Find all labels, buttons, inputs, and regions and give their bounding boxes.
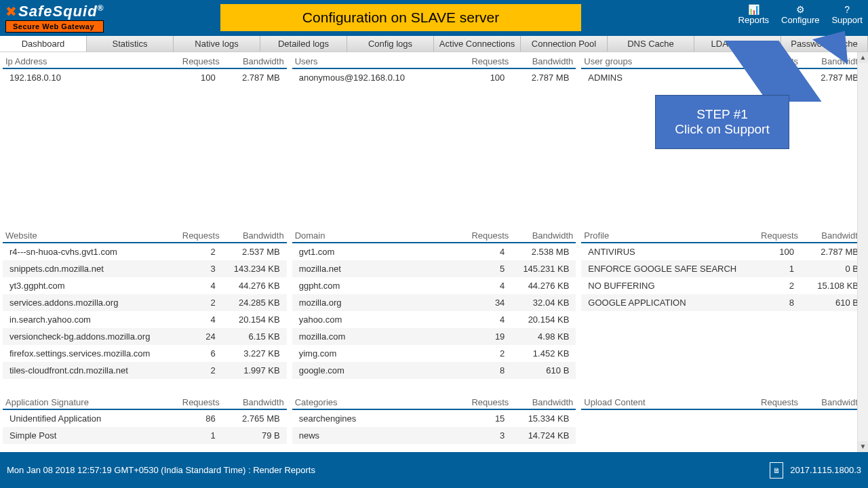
pdf-icon[interactable]: 🗎 — [770, 462, 783, 479]
panel-header: ProfileRequestsBandwidth — [581, 229, 865, 243]
config-banner: Configuration on SLAVE server — [220, 4, 581, 31]
table-row[interactable]: searchengines1515.334 KB — [292, 410, 576, 427]
col-bandwidth: Bandwidth — [798, 56, 863, 66]
tab-active-connections[interactable]: Active Connections — [434, 36, 521, 52]
col-title: Website — [5, 230, 165, 241]
table-row[interactable]: yimg.com21.452 KB — [292, 345, 576, 362]
vertical-scrollbar[interactable]: ▲ ▼ — [857, 52, 868, 452]
table-row[interactable]: Simple Post179 B — [3, 427, 287, 444]
table-row[interactable]: yt3.ggpht.com444.276 KB — [3, 277, 287, 294]
panel-header: Upload ContentRequestsBandwidth — [581, 396, 865, 410]
help-icon: ? — [831, 4, 863, 15]
header-nav: 📊Reports ⚙Configure ?Support — [738, 4, 863, 25]
col-title: Categories — [295, 397, 455, 407]
footer-bar: Mon Jan 08 2018 12:57:19 GMT+0530 (India… — [0, 452, 868, 488]
table-row[interactable]: ANTIVIRUS1002.787 MB — [581, 243, 865, 260]
nav-support[interactable]: ?Support — [831, 4, 863, 25]
table-row[interactable]: Unidentified Application862.765 MB — [3, 410, 287, 427]
chart-icon: 📊 — [738, 4, 770, 15]
tab-dashboard[interactable]: Dashboard — [0, 36, 87, 52]
panel-header: WebsiteRequestsBandwidth — [3, 229, 287, 243]
table-row[interactable]: services.addons.mozilla.org224.285 KB — [3, 294, 287, 311]
table-row[interactable]: ADMINS1002.787 MB — [581, 69, 865, 86]
table-row[interactable]: news314.724 KB — [292, 427, 576, 444]
col-title: Application Signature — [5, 397, 165, 407]
panel-header: Application SignatureRequestsBandwidth — [3, 396, 287, 410]
col-requests: Requests — [165, 397, 220, 407]
panel-profile: ProfileRequestsBandwidthANTIVIRUS1002.78… — [581, 229, 865, 391]
table-row[interactable]: ENFORCE GOOGLE SAFE SEARCH10 B — [581, 260, 865, 277]
col-title: Ip Address — [5, 56, 165, 66]
col-requests: Requests — [744, 397, 798, 407]
table-row[interactable]: mozilla.com194.98 KB — [292, 328, 576, 345]
table-row[interactable]: 192.168.0.101002.787 MB — [3, 69, 287, 86]
col-title: Profile — [584, 230, 744, 241]
panel-header: Ip AddressRequestsBandwidth — [3, 55, 287, 69]
table-row[interactable]: tiles-cloudfront.cdn.mozilla.net21.997 K… — [3, 362, 287, 379]
col-bandwidth: Bandwidth — [798, 397, 863, 407]
gears-icon: ⚙ — [781, 4, 819, 15]
col-bandwidth: Bandwidth — [220, 230, 284, 241]
table-row[interactable]: yahoo.com420.154 KB — [292, 311, 576, 328]
callout-text: Click on Support — [675, 122, 769, 137]
scroll-down-icon[interactable]: ▼ — [858, 441, 868, 452]
scroll-up-icon[interactable]: ▲ — [858, 52, 868, 63]
col-bandwidth: Bandwidth — [798, 230, 863, 241]
table-row[interactable]: r4---sn-huoa-cvhs.gvt1.com22.537 MB — [3, 243, 287, 260]
nav-configure[interactable]: ⚙Configure — [781, 4, 819, 25]
col-bandwidth: Bandwidth — [509, 56, 573, 66]
panel-header: DomainRequestsBandwidth — [292, 229, 576, 243]
table-row[interactable]: NO BUFFERING215.108 KB — [581, 277, 865, 294]
table-row[interactable]: GOOGLE APPLICATION8610 B — [581, 294, 865, 311]
col-title: Users — [295, 56, 455, 66]
panel-app-signature: Application SignatureRequestsBandwidthUn… — [3, 396, 287, 449]
col-requests: Requests — [454, 397, 509, 407]
logo-subtitle: Secure Web Gateway — [5, 20, 104, 33]
wrench-icon: ✖ — [5, 4, 17, 19]
panel-categories: CategoriesRequestsBandwidthsearchengines… — [292, 396, 576, 449]
table-row[interactable]: in.search.yahoo.com420.154 KB — [3, 311, 287, 328]
step-callout: STEP #1 Click on Support — [655, 95, 789, 149]
tab-detailed-logs[interactable]: Detailed logs — [260, 36, 347, 52]
col-requests: Requests — [165, 56, 220, 66]
panel-header: User groupsRequestsBandwidth — [581, 55, 865, 69]
panel-users: UsersRequestsBandwidthanonymous@192.168.… — [292, 55, 576, 224]
panel-upload: Upload ContentRequestsBandwidth — [581, 396, 865, 449]
table-row[interactable]: mozilla.net5145.231 KB — [292, 260, 576, 277]
panel-ip: Ip AddressRequestsBandwidth192.168.0.101… — [3, 55, 287, 224]
table-row[interactable]: gvt1.com42.538 MB — [292, 243, 576, 260]
table-row[interactable]: firefox.settings.services.mozilla.com63.… — [3, 345, 287, 362]
col-title: User groups — [584, 56, 744, 66]
col-requests: Requests — [165, 230, 220, 241]
col-bandwidth: Bandwidth — [220, 397, 284, 407]
panel-header: CategoriesRequestsBandwidth — [292, 396, 576, 410]
callout-title: STEP #1 — [696, 107, 748, 122]
table-row[interactable]: anonymous@192.168.0.101002.787 MB — [292, 69, 576, 86]
table-row[interactable]: ggpht.com444.276 KB — [292, 277, 576, 294]
col-requests: Requests — [744, 230, 798, 241]
col-title: Domain — [295, 230, 455, 241]
table-row[interactable]: snippets.cdn.mozilla.net3143.234 KB — [3, 260, 287, 277]
table-row[interactable]: google.com8610 B — [292, 362, 576, 379]
col-requests: Requests — [454, 230, 509, 241]
col-bandwidth: Bandwidth — [220, 56, 284, 66]
tab-native-logs[interactable]: Native logs — [174, 36, 260, 52]
col-bandwidth: Bandwidth — [509, 230, 573, 241]
app-header: ✖SafeSquid® Secure Web Gateway Configura… — [0, 0, 868, 36]
tab-statistics[interactable]: Statistics — [87, 36, 174, 52]
nav-reports[interactable]: 📊Reports — [738, 4, 770, 25]
col-requests: Requests — [454, 56, 509, 66]
tab-config-logs[interactable]: Config logs — [347, 36, 434, 52]
panel-domain: DomainRequestsBandwidthgvt1.com42.538 MB… — [292, 229, 576, 391]
panel-website: WebsiteRequestsBandwidthr4---sn-huoa-cvh… — [3, 229, 287, 391]
tab-dns-cache[interactable]: DNS Cache — [608, 36, 694, 52]
logo-area: ✖SafeSquid® Secure Web Gateway — [0, 0, 109, 35]
col-bandwidth: Bandwidth — [509, 397, 573, 407]
tab-connection-pool[interactable]: Connection Pool — [521, 36, 608, 52]
panel-header: UsersRequestsBandwidth — [292, 55, 576, 69]
col-title: Upload Content — [584, 397, 744, 407]
footer-status: Mon Jan 08 2018 12:57:19 GMT+0530 (India… — [7, 465, 315, 475]
table-row[interactable]: mozilla.org3432.04 KB — [292, 294, 576, 311]
table-row[interactable]: versioncheck-bg.addons.mozilla.org246.15… — [3, 328, 287, 345]
footer-version: 2017.1115.1800.3 — [790, 465, 861, 475]
